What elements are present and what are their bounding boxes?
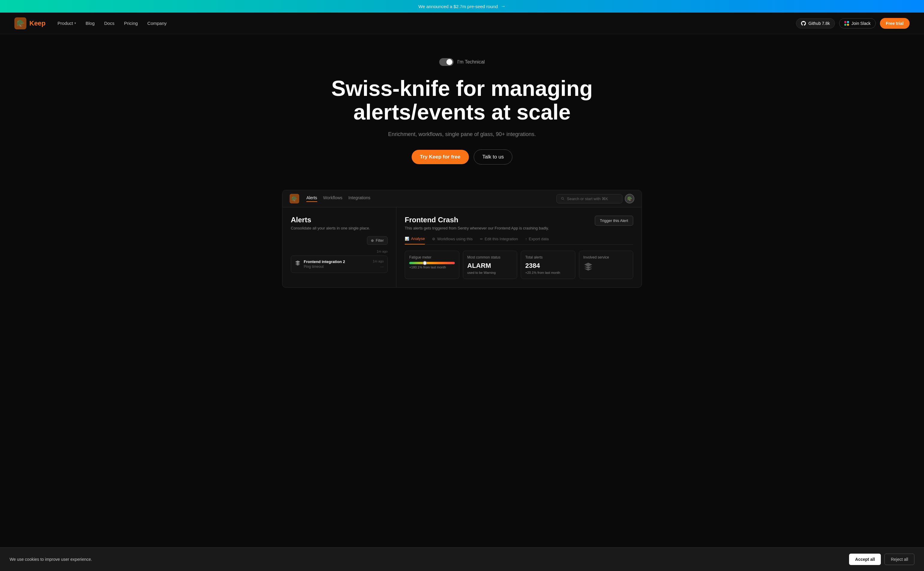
stat-card-total: Total alerts 2384 +20.1% from last month <box>521 251 575 279</box>
alert-detail-panel: Frontend Crash This alerts gets triggere… <box>396 207 642 287</box>
app-window: 🪖 Alerts Workflows Integrations Search o… <box>282 190 642 288</box>
search-icon <box>561 197 565 201</box>
alerts-panel-title: Alerts <box>291 216 388 224</box>
alert-item-meta: 1m ago ··· <box>373 259 384 269</box>
filter-area: ⊕ Filter <box>291 236 388 245</box>
fatigue-label: Fatigue meter <box>409 255 455 259</box>
app-user-avatar: 🪖 <box>625 194 635 204</box>
status-value: ALARM <box>467 262 513 270</box>
nav-item-pricing[interactable]: Pricing <box>124 21 138 26</box>
analyse-icon: 📊 <box>405 237 409 241</box>
status-change: used to be Warning <box>467 271 513 275</box>
alert-detail-title: Frontend Crash <box>405 216 549 224</box>
announcement-bar[interactable]: We announced a $2.7m pre-seed round → <box>0 0 924 12</box>
alert-detail-header: Frontend Crash This alerts gets triggere… <box>405 216 633 230</box>
alert-detail-info: Frontend Crash This alerts gets triggere… <box>405 216 549 230</box>
service-label: Involved service <box>583 255 629 259</box>
workflows-icon: ⚙ <box>432 237 435 241</box>
navbar-left: 🪖 Keep Product ▾ Blog Docs Pricing Compa… <box>14 17 167 29</box>
alert-item-name: Frontend integration 2 <box>304 259 370 264</box>
tab-export-data[interactable]: ↑ Export data <box>525 236 549 244</box>
technical-toggle-area: I'm Technical <box>6 58 918 66</box>
sentry-service-icon <box>583 262 629 273</box>
nav-item-docs[interactable]: Docs <box>104 21 115 26</box>
github-icon <box>801 21 806 26</box>
alert-action-tabs: 📊 Analyse ⚙ Workflows using this ✏ Edit … <box>405 236 633 245</box>
fatigue-indicator <box>423 261 427 265</box>
stat-card-fatigue: Fatigue meter +180.1% from last month <box>405 251 459 279</box>
logo-link[interactable]: 🪖 Keep <box>14 17 46 29</box>
tab-workflows[interactable]: Workflows <box>323 195 342 202</box>
export-icon: ↑ <box>525 237 527 241</box>
alert-detail-description: This alerts gets triggered from Sentry w… <box>405 226 549 230</box>
nav-link-company[interactable]: Company <box>147 21 167 26</box>
app-preview-section: 🪖 Alerts Workflows Integrations Search o… <box>0 190 924 312</box>
toggle-label: I'm Technical <box>457 59 485 65</box>
filter-icon: ⊕ <box>371 238 374 243</box>
tab-alerts[interactable]: Alerts <box>306 195 317 202</box>
slack-icon <box>844 21 849 26</box>
tab-edit-integration[interactable]: ✏ Edit this Integration <box>480 236 518 244</box>
alert-item-menu[interactable]: ··· <box>380 264 384 269</box>
app-logo-icon: 🪖 <box>289 194 299 204</box>
hero-title: Swiss-knife for managing alerts/events a… <box>327 77 597 124</box>
logo-text: Keep <box>29 20 46 27</box>
navbar: 🪖 Keep Product ▾ Blog Docs Pricing Compa… <box>0 12 924 34</box>
filter-button[interactable]: ⊕ Filter <box>367 236 388 245</box>
nav-link-blog[interactable]: Blog <box>86 21 95 26</box>
tab-workflows-using[interactable]: ⚙ Workflows using this <box>432 236 472 244</box>
stats-grid: Fatigue meter +180.1% from last month Mo… <box>405 251 633 279</box>
hero-section: I'm Technical Swiss-knife for managing a… <box>0 34 924 190</box>
github-button[interactable]: Github 7.8k <box>796 18 835 28</box>
stat-card-status: Most common status ALARM used to be Warn… <box>463 251 517 279</box>
nav-link-product[interactable]: Product ▾ <box>57 21 76 26</box>
search-placeholder: Search or start with ⌘K <box>567 196 608 201</box>
try-keep-button[interactable]: Try Keep for free <box>412 150 469 164</box>
app-nav-tabs: Alerts Workflows Integrations <box>306 195 370 202</box>
alert-sentry-icon <box>295 260 301 267</box>
slack-label: Join Slack <box>851 21 871 26</box>
navbar-right: Github 7.8k Join Slack Free trial <box>796 18 910 29</box>
join-slack-button[interactable]: Join Slack <box>839 18 876 28</box>
trigger-alert-button[interactable]: Trigger this Alert <box>595 216 633 225</box>
nav-item-company[interactable]: Company <box>147 21 167 26</box>
talk-to-us-button[interactable]: Talk to us <box>474 150 513 165</box>
alert-item-detail: Ping timeout <box>304 264 370 269</box>
truncated-time: 1m ago <box>291 250 388 253</box>
alert-item-info: Frontend integration 2 Ping timeout <box>304 259 370 269</box>
total-label: Total alerts <box>525 255 571 259</box>
app-content: Alerts Consolidate all your alerts in on… <box>282 207 642 287</box>
nav-item-product[interactable]: Product ▾ <box>57 21 76 26</box>
total-change: +20.1% from last month <box>525 271 571 275</box>
hero-subtitle: Enrichment, workflows, single pane of gl… <box>6 131 918 137</box>
list-item[interactable]: Frontend integration 2 Ping timeout 1m a… <box>291 256 388 273</box>
edit-icon: ✏ <box>480 237 483 241</box>
tab-integrations[interactable]: Integrations <box>348 195 370 202</box>
chevron-down-icon: ▾ <box>74 21 76 25</box>
alerts-panel-subtitle: Consolidate all your alerts in one singl… <box>291 226 388 230</box>
nav-link-pricing[interactable]: Pricing <box>124 21 138 26</box>
fatigue-bar <box>409 262 455 264</box>
total-value: 2384 <box>525 262 571 270</box>
logo-icon: 🪖 <box>14 17 26 29</box>
announcement-arrow: → <box>501 4 506 9</box>
nav-item-blog[interactable]: Blog <box>86 21 95 26</box>
github-label: Github 7.8k <box>808 21 830 26</box>
nav-link-docs[interactable]: Docs <box>104 21 115 26</box>
app-search-box[interactable]: Search or start with ⌘K <box>556 194 622 204</box>
technical-toggle[interactable] <box>439 58 453 66</box>
alerts-left-panel: Alerts Consolidate all your alerts in on… <box>282 207 396 287</box>
stat-card-service: Involved service <box>579 251 633 279</box>
fatigue-change: +180.1% from last month <box>409 265 455 269</box>
app-topbar-right: Search or start with ⌘K 🪖 <box>556 194 635 204</box>
nav-links: Product ▾ Blog Docs Pricing Company <box>57 21 167 26</box>
free-trial-button[interactable]: Free trial <box>880 18 910 29</box>
announcement-text: We announced a $2.7m pre-seed round <box>418 4 498 9</box>
tab-analyse[interactable]: 📊 Analyse <box>405 236 425 244</box>
app-nav-left: 🪖 Alerts Workflows Integrations <box>289 194 370 204</box>
status-label: Most common status <box>467 255 513 259</box>
app-topbar: 🪖 Alerts Workflows Integrations Search o… <box>282 190 642 207</box>
alert-item-time: 1m ago <box>373 259 384 263</box>
hero-buttons: Try Keep for free Talk to us <box>6 150 918 165</box>
